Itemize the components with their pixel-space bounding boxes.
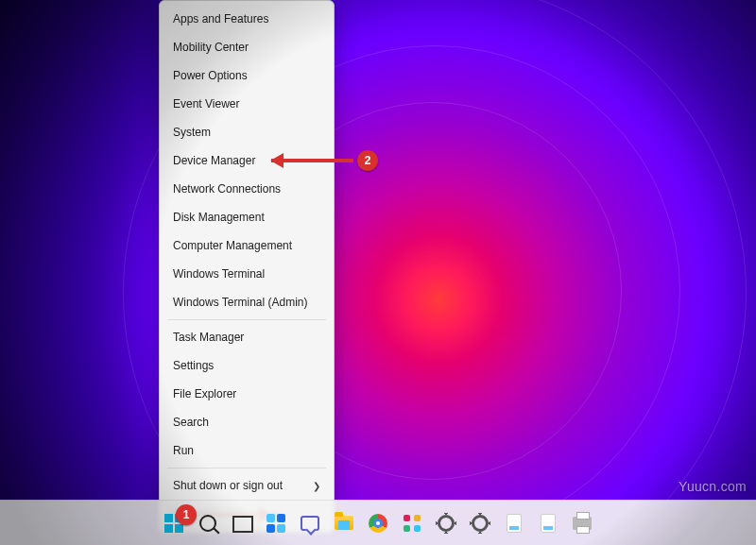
- menu-item-power-options[interactable]: Power Options: [160, 61, 334, 90]
- chrome-button[interactable]: [364, 509, 392, 537]
- watermark-text: Yuucn.com: [679, 479, 747, 494]
- printer-button[interactable]: [568, 509, 596, 537]
- gear-icon: [472, 515, 489, 532]
- menu-item-task-manager[interactable]: Task Manager: [160, 323, 334, 351]
- slack-icon: [404, 515, 421, 532]
- annotation-arrow: [271, 159, 353, 162]
- menu-item-label: File Explorer: [173, 387, 236, 400]
- chat-button[interactable]: [296, 509, 324, 537]
- menu-item-mobility-center[interactable]: Mobility Center: [160, 33, 334, 61]
- desktop: Apps and FeaturesMobility CenterPower Op…: [0, 0, 756, 545]
- winx-context-menu: Apps and FeaturesMobility CenterPower Op…: [159, 0, 335, 533]
- menu-item-run[interactable]: Run: [160, 436, 334, 465]
- menu-item-label: Shut down or sign out: [173, 479, 283, 492]
- menu-item-computer-management[interactable]: Computer Management: [160, 231, 334, 260]
- taskbar: [0, 500, 756, 545]
- menu-item-label: Windows Terminal (Admin): [173, 296, 307, 309]
- app-button-2[interactable]: [500, 509, 528, 537]
- menu-item-label: Disk Management: [173, 211, 265, 224]
- menu-item-label: Computer Management: [173, 239, 292, 252]
- menu-item-label: System: [173, 126, 211, 139]
- search-icon: [199, 515, 216, 532]
- menu-item-windows-terminal-admin[interactable]: Windows Terminal (Admin): [160, 288, 334, 316]
- widgets-icon: [266, 514, 285, 533]
- chevron-right-icon: ❯: [313, 481, 320, 491]
- explorer-icon: [335, 516, 353, 530]
- menu-item-event-viewer[interactable]: Event Viewer: [160, 90, 334, 118]
- menu-item-label: Power Options: [173, 69, 248, 82]
- tiny-white-icon: [507, 514, 522, 533]
- printer-icon: [573, 517, 592, 530]
- menu-item-network-connections[interactable]: Network Connections: [160, 175, 334, 203]
- gear-icon: [438, 515, 455, 532]
- menu-item-label: Device Manager: [173, 154, 255, 167]
- menu-item-label: Apps and Features: [173, 12, 268, 26]
- menu-item-settings[interactable]: Settings: [160, 351, 334, 380]
- tiny-white-icon: [541, 514, 556, 533]
- menu-item-label: Run: [173, 444, 194, 457]
- annotation-badge-1: 1: [176, 504, 197, 525]
- menu-item-label: Windows Terminal: [173, 267, 265, 281]
- chrome-icon: [369, 514, 387, 533]
- search-button[interactable]: [194, 509, 222, 537]
- menu-separator: [167, 319, 326, 320]
- menu-item-label: Mobility Center: [173, 41, 249, 54]
- annotation-badge-2: 2: [357, 150, 378, 171]
- menu-item-label: Event Viewer: [173, 97, 239, 111]
- menu-item-label: Network Connections: [173, 182, 281, 196]
- chat-icon: [301, 516, 319, 531]
- task-view-button[interactable]: [228, 509, 256, 537]
- menu-item-disk-management[interactable]: Disk Management: [160, 203, 334, 231]
- menu-item-apps-and-features[interactable]: Apps and Features: [160, 5, 334, 33]
- slack-button[interactable]: [398, 509, 426, 537]
- app-button-1[interactable]: [466, 509, 494, 537]
- menu-item-label: Search: [173, 416, 209, 429]
- taskview-icon: [233, 517, 250, 530]
- widgets-button[interactable]: [262, 509, 290, 537]
- menu-item-search[interactable]: Search: [160, 408, 334, 436]
- menu-item-file-explorer[interactable]: File Explorer: [160, 380, 334, 408]
- menu-item-system[interactable]: System: [160, 118, 334, 146]
- menu-item-shut-down-or-sign-out[interactable]: Shut down or sign out❯: [160, 471, 334, 500]
- settings-button[interactable]: [432, 509, 460, 537]
- app-button-3[interactable]: [534, 509, 562, 537]
- menu-item-windows-terminal[interactable]: Windows Terminal: [160, 260, 334, 288]
- menu-item-label: Task Manager: [173, 331, 244, 344]
- menu-separator: [167, 468, 326, 468]
- file-explorer-button[interactable]: [330, 509, 358, 537]
- menu-item-label: Settings: [173, 359, 214, 372]
